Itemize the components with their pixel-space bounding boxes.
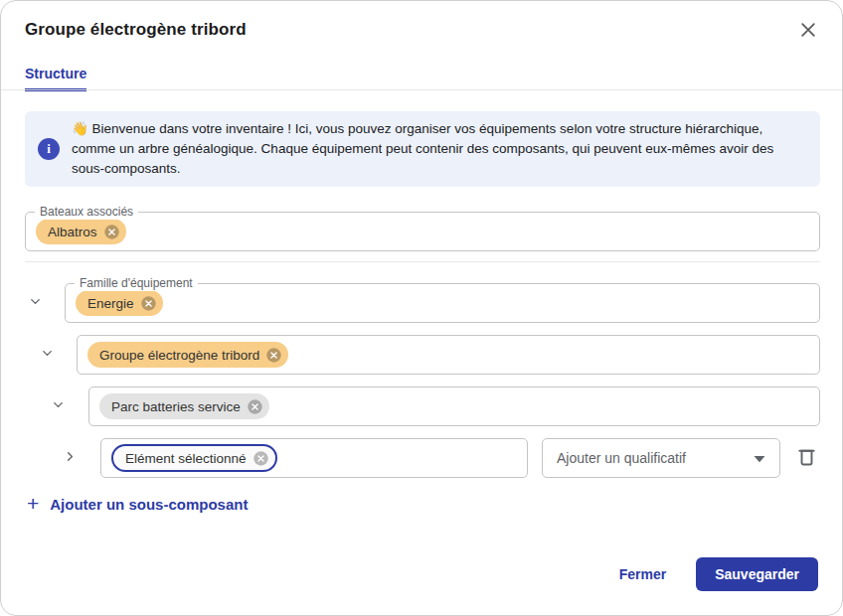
chevron-down-icon — [40, 346, 55, 364]
chevron-down-icon — [51, 397, 66, 415]
info-icon: i — [38, 138, 60, 160]
section-divider — [25, 261, 820, 262]
equipment-chip-label: Groupe électrogène tribord — [99, 348, 259, 363]
add-subcomponent-button[interactable]: + Ajouter un sous-composant — [27, 495, 248, 513]
save-button[interactable]: Sauvegarder — [696, 557, 818, 591]
expand-toggle-level4[interactable] — [58, 446, 82, 470]
equipment-structure-dialog: Groupe électrogène tribord Structure i 👋… — [0, 0, 843, 616]
chip-remove-icon[interactable] — [140, 295, 157, 312]
boat-chip[interactable]: Albatros — [36, 219, 126, 244]
delete-subcomponent-button[interactable] — [793, 445, 819, 471]
equipment-field[interactable]: Groupe électrogène tribord — [77, 335, 820, 375]
tab-structure[interactable]: Structure — [25, 66, 86, 91]
close-icon — [798, 20, 818, 43]
chevron-down-icon — [28, 294, 43, 312]
chevron-right-icon — [63, 449, 78, 467]
selected-element-chip-label: Elément sélectionné — [125, 451, 247, 466]
equipment-chip[interactable]: Groupe électrogène tribord — [87, 342, 288, 368]
component-field[interactable]: Parc batteries service — [88, 386, 820, 426]
qualifier-select[interactable]: Ajouter un qualificatif — [542, 438, 780, 478]
close-button[interactable]: Fermer — [605, 557, 680, 591]
page-title: Groupe électrogène tribord — [25, 20, 247, 40]
welcome-banner: i 👋 Bienvenue dans votre inventaire ! Ic… — [25, 111, 820, 187]
equipment-family-label: Famille d'équipement — [75, 276, 198, 291]
plus-icon: + — [27, 495, 39, 513]
boat-chip-label: Albatros — [48, 225, 97, 239]
selected-element-chip[interactable]: Elément sélectionné — [111, 444, 277, 472]
equipment-family-field[interactable]: Famille d'équipement Energie — [65, 283, 820, 323]
chip-remove-icon[interactable] — [265, 347, 282, 364]
chip-remove-icon[interactable] — [247, 398, 263, 415]
collapse-toggle-level1[interactable] — [23, 291, 47, 315]
component-chip[interactable]: Parc batteries service — [99, 393, 269, 419]
chip-remove-icon[interactable] — [253, 450, 269, 467]
family-chip[interactable]: Energie — [76, 290, 163, 316]
subcomponent-field[interactable]: Elément sélectionné — [100, 438, 528, 478]
dropdown-arrow-icon — [754, 449, 765, 467]
collapse-toggle-level2[interactable] — [35, 343, 59, 367]
family-chip-label: Energie — [87, 296, 134, 311]
tabs-divider — [1, 89, 842, 90]
component-chip-label: Parc batteries service — [111, 399, 241, 414]
qualifier-select-placeholder: Ajouter un qualificatif — [557, 450, 754, 466]
trash-icon — [795, 445, 818, 471]
welcome-banner-text: 👋 Bienvenue dans votre inventaire ! Ici,… — [72, 119, 802, 179]
add-subcomponent-label: Ajouter un sous-composant — [50, 496, 248, 513]
dialog-footer: Fermer Sauvegarder — [605, 557, 818, 591]
chip-remove-icon[interactable] — [103, 224, 120, 240]
associated-boats-label: Bateaux associés — [35, 205, 138, 220]
close-dialog-button[interactable] — [796, 19, 820, 43]
collapse-toggle-level3[interactable] — [46, 394, 70, 418]
associated-boats-field[interactable]: Bateaux associés Albatros — [25, 212, 820, 251]
